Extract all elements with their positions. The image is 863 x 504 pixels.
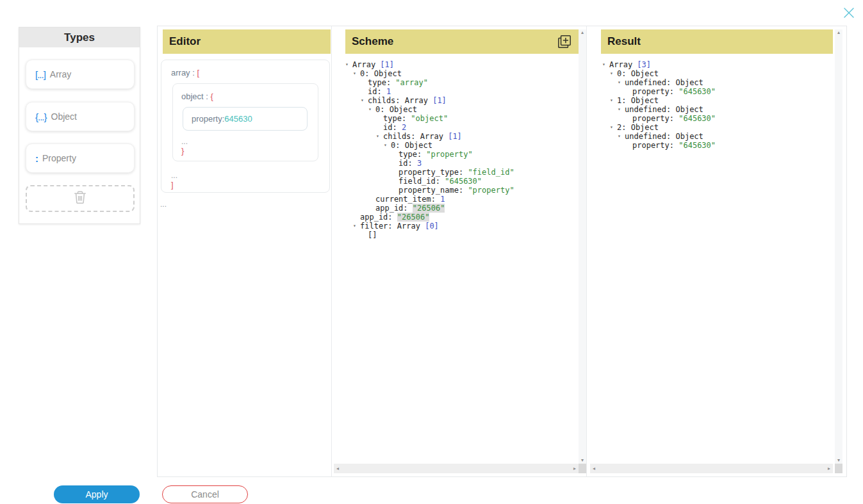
property-node-label: property: [192,114,224,124]
type-card-property[interactable]: : Property [26,143,135,173]
modal-page: Types [...] Array {...} Object : Propert… [0,0,863,504]
ellipsis: ... [160,200,167,209]
tree-row: ▾0: Object [345,105,578,114]
tree-token: "645630" [678,87,716,96]
tree-token: undefined: Object [625,132,703,141]
tree-token: "645630" [678,114,716,123]
scroll-right-icon[interactable]: ▸ [828,466,830,472]
tree-row: [] [345,231,578,240]
scheme-horizontal-scrollbar[interactable]: ◂ ▸ [334,464,579,473]
editor-property-node[interactable]: property:645630 [183,107,308,131]
scroll-up-icon[interactable]: ▴ [581,29,584,36]
expand-arrow-icon[interactable]: ▾ [610,123,617,132]
scroll-up-icon[interactable]: ▴ [837,29,840,36]
tree-token: [1] [432,96,447,105]
expand-arrow-icon[interactable]: ▾ [384,141,391,150]
editor-panel-title: Editor [163,29,331,54]
tree-token: property: [632,87,678,96]
result-panel-title: Result [601,29,833,54]
type-card-label: Array [50,69,71,79]
array-close-bracket: ] [171,180,329,190]
tree-row: ▾undefined: Object [602,105,834,114]
scroll-right-icon[interactable]: ▸ [573,466,576,472]
expand-arrow-icon[interactable]: ▾ [345,60,352,69]
result-vertical-scrollbar[interactable]: ▴ ▾ [835,29,842,464]
tree-token: id: [368,87,386,96]
copy-plus-icon[interactable] [556,33,573,50]
result-json-tree: ▾Array [3]▾0: Object▾undefined: Objectpr… [602,60,834,150]
tree-token: 0: Object [360,69,402,78]
tree-token: [1] [448,132,462,141]
expand-arrow-icon[interactable]: ▾ [618,105,625,114]
expand-arrow-icon[interactable]: ▾ [353,222,360,231]
expand-arrow-icon[interactable]: ▾ [376,132,383,141]
tree-token: app_id: [375,204,413,213]
tree-token: id: [383,123,402,132]
tree-token: [0] [425,222,439,231]
tree-row: app_id: "26506" [345,204,578,213]
tree-row: property: "645630" [602,141,834,150]
builder-container: Editor array : [ object : { property:645… [157,26,847,477]
tree-token: type: [368,78,395,87]
trash-drop-zone[interactable] [26,185,135,212]
tree-token: field_id: [399,177,445,186]
property-colon-icon: : [35,153,38,164]
type-card-array[interactable]: [...] Array [26,60,135,89]
tree-row: type: "object" [345,114,578,123]
tree-token: filter: Array [360,222,425,231]
expand-arrow-icon[interactable]: ▾ [368,105,375,114]
cancel-button[interactable]: Cancel [162,485,248,503]
tree-token: undefined: Object [625,105,703,114]
tree-token: id: [399,159,417,168]
tree-row: current_item: 1 [345,195,578,204]
tree-token: property_name: [399,186,468,195]
tree-row: ▾childs: Array [1] [345,132,578,141]
tree-row: ▾1: Object [602,96,834,105]
scheme-panel-header: Scheme [345,29,579,54]
expand-arrow-icon[interactable]: ▾ [353,69,360,78]
types-panel-title: Types [19,28,140,47]
tree-row: ▾0: Object [345,69,578,78]
scroll-down-icon[interactable]: ▾ [581,457,584,464]
tree-row: app_id: "26506" [345,213,578,222]
scroll-left-icon[interactable]: ◂ [593,466,595,472]
tree-row: ▾Array [3] [602,60,834,69]
tree-token: "array" [395,78,428,87]
scrollbar-corner [579,464,586,473]
scheme-vertical-scrollbar[interactable]: ▴ ▾ [579,29,586,464]
expand-arrow-icon[interactable]: ▾ [602,60,609,69]
tree-token: 0: Object [617,69,659,78]
tree-token: type: [399,150,426,159]
editor-array-node[interactable]: array : [ object : { property:645630 ...… [161,60,330,193]
tree-token: childs: Array [383,132,448,141]
apply-button[interactable]: Apply [54,485,140,503]
tree-token: [3] [637,60,651,69]
type-card-object[interactable]: {...} Object [26,102,135,131]
scroll-down-icon[interactable]: ▾ [837,457,840,464]
expand-arrow-icon[interactable]: ▾ [618,78,625,87]
expand-arrow-icon[interactable]: ▾ [361,96,368,105]
tree-token: 2 [402,123,406,132]
tree-token: Array [609,60,637,69]
tree-token: "645630" [678,141,716,150]
tree-token: current_item: [375,195,440,204]
trash-icon [71,188,89,209]
tree-row: ▾0: Object [602,69,834,78]
expand-arrow-icon[interactable]: ▾ [610,96,617,105]
object-node-label: object [181,92,204,101]
tree-row: ▾childs: Array [1] [345,96,578,105]
result-horizontal-scrollbar[interactable]: ◂ ▸ [590,464,833,473]
close-button[interactable] [842,6,856,20]
tree-token: property: [632,141,678,150]
tree-token: [] [368,231,377,240]
expand-arrow-icon[interactable]: ▾ [610,69,617,78]
scroll-left-icon[interactable]: ◂ [336,466,339,472]
tree-token: 1 [386,87,391,96]
tree-token: 1: Object [617,96,659,105]
tree-row: ▾2: Object [602,123,834,132]
editor-object-node[interactable]: object : { property:645630 ... } [172,83,318,161]
tree-row: ▾0: Object [345,141,578,150]
expand-arrow-icon[interactable]: ▾ [618,132,625,141]
tree-token: "26506" [397,213,430,222]
tree-row: ▾undefined: Object [602,78,834,87]
